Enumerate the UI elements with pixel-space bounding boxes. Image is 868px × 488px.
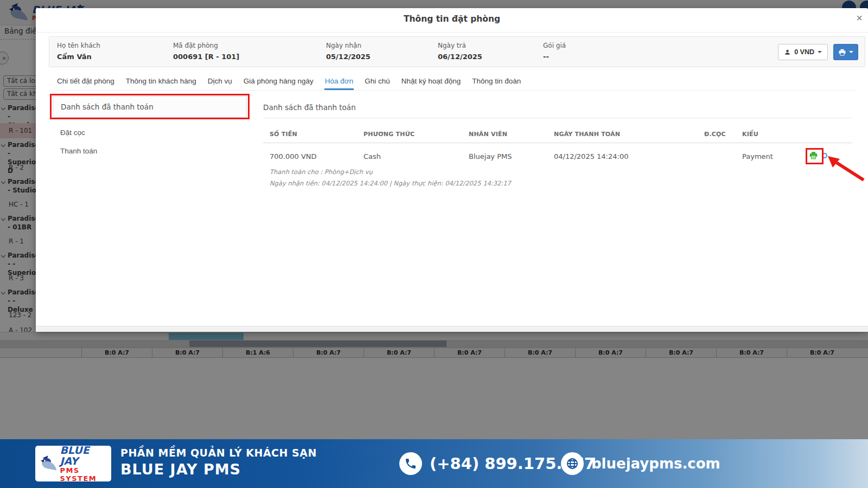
caret-down-icon [818,51,822,53]
summary-actions: 0 VND [778,44,858,60]
logo-title: BLUE JAY [60,445,108,466]
phone-icon [399,452,422,475]
invoice-menu-item-deposit[interactable]: Đặt cọc [60,129,85,137]
divider [263,118,852,118]
footer-website-group: bluejaypms.com [561,439,720,488]
modal-tab[interactable]: Thông tin đoàn [471,74,521,90]
footer-website: bluejaypms.com [591,455,720,472]
modal-tabs: Chi tiết đặt phòngThông tin khách hàngDị… [56,74,855,91]
printer-icon [838,48,846,56]
summary-field: Ngày trả 06/12/2025 [438,42,482,61]
booking-info-modal: Thông tin đặt phòng × Họ tên khách Cẩm V… [36,8,868,332]
payment-note: Thanh toán cho : Phòng+Dịch vụ [270,168,373,176]
column-header: PHƯƠNG THỨC [363,131,414,138]
modal-tab[interactable]: Dịch vụ [207,74,233,90]
modal-scrollbar[interactable] [36,326,868,332]
column-header: SỐ TIỀN [270,131,297,138]
field-label: Họ tên khách [57,42,100,49]
column-header: Đ.CỌC [704,131,726,138]
divider [263,143,852,143]
bluejay-bird-icon [39,452,58,475]
print-dropdown-button[interactable] [833,44,858,60]
column-header: NGÀY THANH TOÁN [554,131,620,138]
screen: BLUE JAY PMS SYS Bảng điều » Tất cả loại… [0,0,868,488]
panel-heading: Danh sách đã thanh toán [263,103,356,112]
footer-logo: BLUE JAY PMS SYSTEM [35,446,111,481]
summary-field: Gói giá -- [543,42,566,61]
summary-field: Mã đặt phòng 000691 [R - 101] [173,42,239,61]
modal-tab[interactable]: Thông tin khách hàng [125,74,197,90]
footer-logo-text: BLUE JAY PMS SYSTEM [60,445,108,483]
person-icon [784,49,791,56]
modal-tab[interactable]: Giá phòng hàng ngày [243,74,314,90]
footer-banner: BLUE JAY PMS SYSTEM PHẦN MỀM QUẢN LÝ KHÁ… [0,439,868,488]
globe-icon [561,452,584,475]
modal-tab[interactable]: Hóa đơn [324,74,354,90]
cell-amount: 700.000 VND [270,152,317,160]
payment-timestamps: Ngày nhận tiền: 04/12/2025 14:24:00 | Ng… [270,179,511,187]
footer-brand-name: BLUE JAY PMS [120,461,317,478]
annotation-box-print [806,148,824,164]
balance-button[interactable]: 0 VND [778,44,828,60]
field-label: Mã đặt phòng [173,42,239,49]
cell-paid-date: 04/12/2025 14:24:00 [554,152,628,160]
cell-type: Payment [742,152,773,160]
logo-subtitle: PMS SYSTEM [60,466,108,483]
field-value: -- [543,53,566,61]
close-icon[interactable]: × [856,12,863,23]
field-value: Cẩm Vân [57,53,100,61]
caret-down-icon [849,51,853,53]
modal-title: Thông tin đặt phòng [36,14,868,24]
balance-label: 0 VND [794,48,814,56]
invoice-menu-item-payment[interactable]: Thanh toán [60,147,97,155]
field-label: Ngày trả [438,42,482,49]
field-value: 06/12/2025 [438,53,482,61]
cell-staff: Bluejay PMS [469,152,512,160]
modal-tab[interactable]: Chi tiết đặt phòng [56,74,115,90]
footer-tagline: PHẦN MỀM QUẢN LÝ KHÁCH SẠN [120,447,317,459]
divider [36,32,868,33]
modal-tab[interactable]: Ghi chú [364,74,391,90]
footer-brand-block: PHẦN MỀM QUẢN LÝ KHÁCH SẠN BLUE JAY PMS [120,447,317,478]
column-header: KIỂU [742,131,758,138]
field-value: 000691 [R - 101] [173,53,239,61]
field-value: 05/12/2025 [326,53,371,61]
column-header: NHÂN VIÊN [469,131,507,138]
field-label: Gói giá [543,42,566,49]
annotation-box-side-menu [50,94,250,119]
booking-summary-bar: Họ tên khách Cẩm Vân Mã đặt phòng 000691… [49,36,865,67]
field-label: Ngày nhận [326,42,371,49]
annotation-arrow [822,154,868,184]
cell-method: Cash [363,152,381,160]
summary-field: Họ tên khách Cẩm Vân [57,42,100,61]
paid-list-panel: Danh sách đã thanh toán SỐ TIỀNPHƯƠNG TH… [263,95,865,328]
modal-tab[interactable]: Nhật ký hoạt động [401,74,462,90]
summary-field: Ngày nhận 05/12/2025 [326,42,371,61]
